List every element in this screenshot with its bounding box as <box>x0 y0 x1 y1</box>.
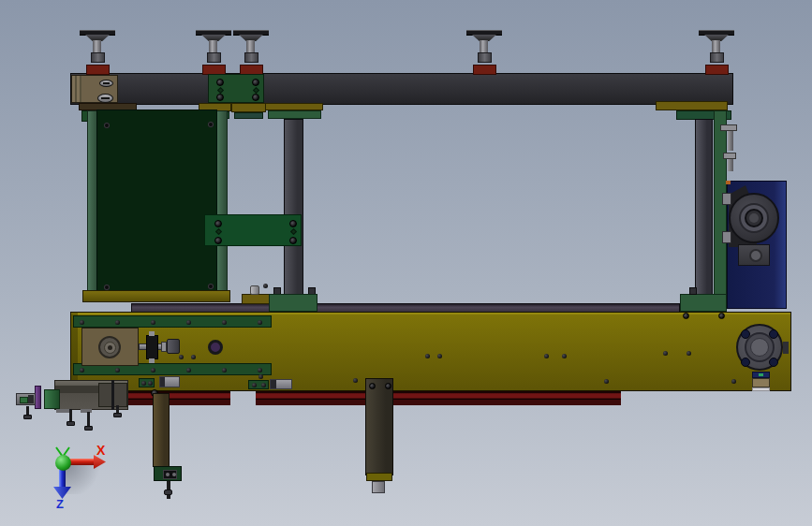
middle-column[interactable] <box>284 119 303 295</box>
panel-frame-rail-right[interactable] <box>216 110 228 300</box>
sensor-block-green[interactable] <box>248 380 269 389</box>
bolt-icon <box>151 320 155 325</box>
hanging-screw <box>23 406 32 419</box>
gearbox-tab <box>722 193 731 205</box>
bolt-icon <box>80 368 84 373</box>
rail-end-block[interactable] <box>680 294 727 312</box>
pin-hole-icon <box>215 228 222 235</box>
bolt-icon <box>604 379 609 384</box>
leg-screw-tip <box>167 495 170 499</box>
top-frame-beam[interactable] <box>70 73 733 105</box>
bolt-icon <box>214 220 222 227</box>
bolt-icon <box>252 94 259 101</box>
bolt-icon <box>258 374 263 379</box>
shaft-bracket <box>146 335 158 359</box>
foot-nut <box>91 52 105 63</box>
sensor-end-cap <box>160 377 165 387</box>
sensor-block-green[interactable] <box>139 378 155 387</box>
stud-bolt <box>723 153 736 159</box>
foot-base <box>473 65 496 75</box>
tab-green-dot <box>759 373 763 376</box>
spacer-block <box>231 103 266 112</box>
cad-viewport[interactable]: X Z <box>0 0 812 526</box>
axis-x-arrow <box>70 459 95 465</box>
adjuster-knob[interactable] <box>167 339 180 354</box>
right-column[interactable] <box>695 119 713 309</box>
leveling-foot[interactable] <box>79 30 116 73</box>
sensor-block-gray[interactable] <box>159 376 180 387</box>
bolt-icon <box>214 237 222 244</box>
bracket-pin <box>149 358 155 363</box>
end-block-ridges <box>72 76 81 102</box>
flange-bolt <box>769 358 778 367</box>
bolt-icon <box>731 379 736 384</box>
panel-bottom-bar[interactable] <box>82 290 230 302</box>
bearing-center <box>108 345 112 350</box>
slotted-screw-icon <box>99 80 113 87</box>
bolt-icon <box>687 351 691 356</box>
foot-base <box>86 65 110 75</box>
column-bracket-plate[interactable] <box>204 214 302 246</box>
leveling-foot[interactable] <box>698 30 735 73</box>
green-panel[interactable] <box>96 110 217 299</box>
beam-end-block[interactable] <box>71 75 118 103</box>
bolt-icon <box>663 351 668 356</box>
screw-icon <box>208 122 214 127</box>
column-stud <box>689 287 697 295</box>
gearbox-tab <box>722 231 731 243</box>
spacer-block <box>656 101 728 110</box>
belt-strip[interactable] <box>111 391 230 405</box>
leg-sensor-block[interactable] <box>154 466 182 481</box>
bolt-icon <box>222 320 227 325</box>
leveling-foot[interactable] <box>195 30 232 73</box>
screw-icon <box>208 284 214 289</box>
bolt-icon <box>263 284 268 288</box>
foot-nut <box>244 52 258 63</box>
bolt-icon <box>191 355 196 359</box>
stud-bolt-shaft <box>728 159 733 171</box>
sensor-dot <box>166 473 170 476</box>
gearbox-core <box>749 213 759 223</box>
sensor-end-cap <box>271 380 276 388</box>
hanging-screw <box>66 409 75 426</box>
support-leg-middle[interactable] <box>365 378 393 475</box>
column-foot-block[interactable] <box>269 294 317 312</box>
axis-z-arrow <box>59 470 66 488</box>
bolt-icon <box>562 354 567 358</box>
bolt-icon <box>222 368 227 373</box>
foot-nut <box>207 52 221 63</box>
belt-strip[interactable] <box>256 391 621 405</box>
bracket-pin <box>149 331 155 336</box>
bolt-icon <box>186 368 191 373</box>
hanging-screw <box>84 412 93 431</box>
axis-x-label: X <box>96 443 105 458</box>
motor-indicator-dot <box>726 181 731 184</box>
support-leg-left[interactable] <box>153 393 170 467</box>
bolt-icon <box>216 94 224 101</box>
leveling-foot[interactable] <box>465 30 503 73</box>
clamp-purple-bar[interactable] <box>35 386 41 409</box>
bolt-icon <box>385 383 391 389</box>
leveling-foot[interactable] <box>232 30 270 73</box>
pin-hole-icon <box>217 87 224 94</box>
bolt-icon <box>258 320 262 325</box>
clamp-green-block[interactable] <box>44 389 60 409</box>
rail-clamp-block <box>242 294 270 304</box>
bolt-icon <box>186 320 191 325</box>
flange-lower-tab-white <box>752 387 770 391</box>
sensor-block-gray[interactable] <box>270 379 292 389</box>
sensor-dot <box>172 473 176 476</box>
leg-foot-cylinder <box>372 481 385 493</box>
mini-dark-tab <box>28 395 34 403</box>
bolt-icon <box>179 355 184 359</box>
gearbox-lower-box[interactable] <box>738 244 770 266</box>
mini-green-tab <box>20 397 28 403</box>
bolt-icon <box>252 79 259 86</box>
pin-hole-icon <box>290 228 297 235</box>
beam-rail-top[interactable] <box>73 315 272 328</box>
beam-green-plate[interactable] <box>208 74 264 103</box>
triad-origin-sphere <box>55 455 71 471</box>
leg-screw-shaft <box>167 481 170 489</box>
hanging-screw <box>113 405 122 417</box>
stud-bolt-shaft <box>728 131 733 151</box>
